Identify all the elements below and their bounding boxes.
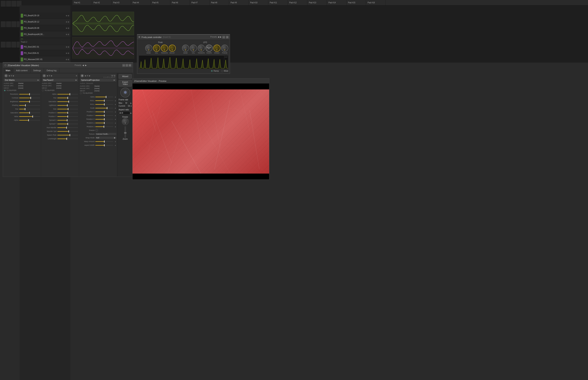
tab-debug-log[interactable]: Debug log [44,68,59,73]
zoom-thumb[interactable] [124,132,126,134]
col-c-nav-prev[interactable]: ◀ [8,75,10,77]
pad-header-9[interactable]: Pad #9 [229,0,249,5]
peak-tension-knob[interactable] [161,45,168,52]
col-c-buffer-radio[interactable] [4,89,6,91]
pad-header-12[interactable]: Pad #12 [288,0,307,5]
col-c-slider-value[interactable] [19,116,40,117]
lfo-phase-knob[interactable] [221,45,228,52]
track-item-7[interactable]: PO_Massaw130C-01 ⊕⊞ [20,56,70,63]
peak-decay-knob[interactable] [169,45,176,52]
pad-header-5[interactable]: Pad #5 [151,0,170,5]
pad-header-6[interactable]: Pad #6 [170,0,190,5]
col-a-slider-spreadx[interactable] [57,120,78,120]
peak-presets-next[interactable]: ▶ [220,36,222,38]
col-a-buffer-radio[interactable] [42,89,44,91]
col-c-slider-alpha[interactable] [19,120,40,120]
lfo-speed-knob[interactable] [213,45,220,52]
col-a-slider-spready[interactable] [57,124,78,124]
pad-header-16[interactable]: Pad #16 [366,0,386,5]
peak-vol-knob[interactable] [153,45,160,52]
aspect-ratio-arrow[interactable]: ▶ [130,112,132,114]
track-item-1[interactable]: PO_BeatA130-12 ⊕⊞ [20,19,70,25]
col-c-slider-saturation[interactable] [19,113,40,113]
pad-header-2[interactable]: Pad #2 [92,0,112,5]
minimize-button[interactable]: — [122,64,125,67]
col-c-slider-shading[interactable] [19,105,40,106]
aspect-ratio-select[interactable]: 16:9 [119,111,130,115]
snowflake-button[interactable]: ❄ [120,88,130,97]
col-c-to-buffer[interactable]: TO BUFFER [4,89,40,91]
col-b-slider-rotz[interactable] [95,126,113,127]
wizard-button[interactable]: Wizard [119,74,132,79]
pad-header-14[interactable]: Pad #14 [327,0,347,5]
col-b-nav-next[interactable]: ▶ [89,75,90,77]
maximize-button[interactable]: □ [125,64,128,67]
presets-next[interactable]: ▶ [85,64,87,66]
col-b-slider-aspectwidth[interactable] [95,145,113,146]
export-video-button[interactable]: Export Video [119,80,132,87]
pad-header-1[interactable]: Pad #1 [72,0,92,5]
pad-header-15[interactable]: Pad #15 [347,0,366,5]
col-c-slider-contrast[interactable] [19,98,40,98]
col-b-effect-name[interactable]: SphericalProjection ▶ [80,78,116,82]
track-item-0[interactable]: PO_BeatA130-18 ⊕⊞ [20,13,70,19]
col-b-slider-scale[interactable] [95,108,113,108]
tab-settings[interactable]: Settings [31,68,44,73]
col-b-slider-posx[interactable] [95,112,113,112]
frame-rate-max-value[interactable]: 60 [124,102,128,104]
col-a-to-buffer[interactable]: TO BUFFER [42,89,78,91]
col-a-slider-hue[interactable] [57,98,78,98]
col-a-effect-name[interactable]: StarTaser2 ▶ [42,78,78,82]
col-c-tools[interactable]: ⚙ [11,75,12,77]
col-c-effect-name[interactable]: Dot Matrix ▶ [4,78,40,82]
peak-minimize[interactable]: — [222,36,225,38]
pad-header-8[interactable]: Pad #8 [209,0,229,5]
col-b-slider-warpamount[interactable] [95,141,113,142]
track-item-3[interactable]: PO_BeatAmpedA130... ⊕⊞ [20,31,70,38]
col-a-slider-posx[interactable] [57,113,78,113]
presets-prev[interactable]: ◀ [82,64,84,66]
col-b-slider-posy[interactable] [95,115,113,116]
col-a-slider-size[interactable] [57,109,78,109]
col-b-slider-alpha[interactable] [95,97,113,97]
col-a-nav-next[interactable]: ▶ [51,75,53,77]
close-button[interactable]: ✕ [129,64,131,67]
texture-selector[interactable]: Canvas Feedb... [95,133,116,135]
col-c-slider-hue[interactable] [19,109,40,109]
col-b-slider-rotx[interactable] [95,119,113,120]
col-c-nav-next[interactable]: ▶ [13,75,14,77]
zoom-slider[interactable] [124,126,126,138]
col-b-slider-null2[interactable] [95,104,113,105]
lfo-shape-knob[interactable] [206,45,213,52]
col-b-nav-prev[interactable]: ◀ [85,75,86,77]
mute-radio[interactable] [221,70,223,72]
col-c-slider-brightness[interactable] [19,101,40,102]
col-a-slider-wanderspd[interactable] [57,131,78,132]
peak-base-knob[interactable] [145,45,152,52]
rotate-knob[interactable] [122,118,129,125]
col-a-slider-lineweight[interactable] [57,138,78,139]
col-a-slider-lightness[interactable] [57,105,78,106]
col-a-tools[interactable]: ⚙ [49,75,50,77]
col-c-slider-resolution[interactable] [19,94,40,95]
pad-header-3[interactable]: Pad #3 [112,0,131,5]
col-a-extra[interactable]: ⊕ [76,75,77,77]
peak-close[interactable]: ✕ [226,36,229,38]
col-a-slider-saturation[interactable] [57,101,78,102]
pad-header-11[interactable]: Pad #11 [268,0,288,5]
pad-header-13[interactable]: Pad #13 [307,0,327,5]
ramp-radio[interactable] [211,70,213,72]
col-a-slider-alpha[interactable] [57,94,78,95]
tab-main[interactable]: Main [3,68,13,73]
lfo-vol-knob[interactable] [190,45,197,52]
col-b-slider-null1[interactable] [95,100,113,101]
col-a-slider-huewander[interactable] [57,127,78,128]
col-b-to-buffer[interactable]: TO BUFFER [80,92,116,94]
col-b-slider-roty[interactable] [95,123,113,123]
col-b-tools[interactable]: ⚙ [87,75,88,77]
lfo-base-knob[interactable] [182,45,189,52]
track-item-6[interactable]: PO_Sive130A-01 ⊕⊞ [20,50,70,56]
wrapmode-selector[interactable]: Null▶ [95,137,116,139]
pad-header-4[interactable]: Pad #4 [131,0,151,5]
pad-header-7[interactable]: Pad #7 [190,0,209,5]
